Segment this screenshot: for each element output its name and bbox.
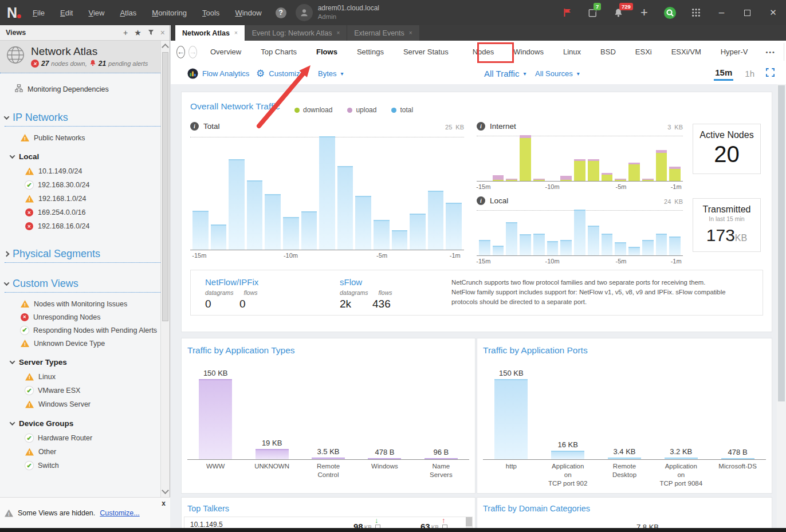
range-15m-button[interactable]: 15m xyxy=(714,66,733,81)
customize-button[interactable]: ⚙ Customize xyxy=(256,63,304,84)
nav-item-settings[interactable]: Settings xyxy=(347,48,394,56)
menu-file[interactable]: File xyxy=(33,9,45,17)
range-1h-button[interactable]: 1h xyxy=(745,69,754,78)
nav-more-button[interactable]: ••• xyxy=(757,49,784,56)
sidebar-item-public-networks[interactable]: !Public Networks xyxy=(21,131,160,144)
atlas-header[interactable]: Network Atlas✕27nodes down,21pending ale… xyxy=(0,41,160,73)
close-button[interactable]: ✕ xyxy=(760,0,786,25)
sidebar-item-192-168-1-0-24[interactable]: !192.168.1.0/24 xyxy=(25,192,160,206)
tab-event-log-network-atlas[interactable]: Event Log: Network Atlas× xyxy=(245,25,348,41)
nav-item-esxi[interactable]: ESXi xyxy=(626,48,662,56)
nav-item-esxi-vm[interactable]: ESXi/VM xyxy=(662,48,711,56)
menu-view[interactable]: View xyxy=(88,9,104,17)
top-talkers-scrollbar[interactable] xyxy=(466,517,472,528)
sidebar-section-physical-segments[interactable]: Physical Segments xyxy=(5,248,160,263)
sidebar-item-monitoring-dependencies[interactable]: Monitoring Dependencies xyxy=(15,81,160,97)
sidebar-item-other[interactable]: !Other xyxy=(25,445,160,459)
sidebar-item-label: 192.168.1.0/24 xyxy=(38,195,86,203)
minimize-button[interactable]: – xyxy=(709,0,734,25)
content-scrollbar-thumb[interactable] xyxy=(778,85,785,401)
sidebar-group-local[interactable]: Local xyxy=(10,152,160,161)
x-tick: -15m xyxy=(476,183,490,190)
nav-item-hyper-v[interactable]: Hyper-V xyxy=(711,48,758,56)
tab-close-icon[interactable]: × xyxy=(234,30,238,36)
sidebar-item-responding-nodes-with-pending-alerts[interactable]: ✔Responding Nodes with Pending Alerts xyxy=(21,324,160,337)
maximize-button[interactable] xyxy=(734,0,760,25)
sidebar-scrollbar-thumb[interactable] xyxy=(162,52,168,321)
tab-close-icon[interactable]: × xyxy=(336,30,340,36)
bytes-dropdown[interactable]: Bytes▾ xyxy=(318,63,344,84)
sflow-title[interactable]: sFlow xyxy=(340,277,392,287)
add-icon[interactable]: + xyxy=(631,0,657,25)
sidebar-item-label: Nodes with Monitoring Issues xyxy=(34,300,127,308)
sidebar-item-169-254-0-0-16[interactable]: ✕169.254.0.0/16 xyxy=(25,206,160,219)
fullscreen-icon[interactable] xyxy=(766,68,775,79)
menu-edit[interactable]: Edit xyxy=(60,9,73,17)
help-icon[interactable]: ? xyxy=(276,7,286,18)
sidebar-item-hardware-router[interactable]: ✔Hardware Router xyxy=(25,431,160,445)
app-bar-column: 150 KB xyxy=(483,369,540,459)
nav-item-server-status[interactable]: Server Status xyxy=(394,48,458,56)
document-tabs: Network Atlas×Event Log: Network Atlas×E… xyxy=(171,25,786,41)
info-icon[interactable]: i xyxy=(190,122,199,131)
app-bar xyxy=(368,458,401,459)
notice-close-icon[interactable]: x xyxy=(162,499,166,507)
app-types-card: Traffic by Application Types 150 KB19 KB… xyxy=(182,338,475,493)
menu-window[interactable]: Window xyxy=(235,9,261,17)
tab-network-atlas[interactable]: Network Atlas× xyxy=(175,25,245,41)
nav-item-bsd[interactable]: BSD xyxy=(591,48,626,56)
sidebar-section-ip-networks[interactable]: IP Networks xyxy=(5,112,160,127)
sidebar-group-device-groups[interactable]: Device Groups xyxy=(10,419,160,428)
sidebar-item-windows-server[interactable]: !Windows Server xyxy=(25,397,160,411)
menu-monitoring[interactable]: Monitoring xyxy=(152,9,187,17)
sidebar-section-custom-views[interactable]: Custom Views xyxy=(5,278,160,293)
sidebar-item-192-168-30-0-24[interactable]: ✔192.168.30.0/24 xyxy=(25,178,160,192)
sidebar-item-192-168-16-0-24[interactable]: ✕192.168.16.0/24 xyxy=(25,219,160,233)
alerts-bell-icon[interactable]: 729 xyxy=(606,0,631,25)
sidebar-item-unknown-device-type[interactable]: !Unknown Device Type xyxy=(21,337,160,350)
sidebar-item-switch[interactable]: ✔Switch xyxy=(25,459,160,472)
nav-item-top-charts[interactable]: Top Charts xyxy=(251,48,306,56)
bar xyxy=(319,136,335,250)
search-icon[interactable] xyxy=(657,0,683,25)
close-panel-icon[interactable]: × xyxy=(160,29,165,37)
scroll-up-icon[interactable] xyxy=(162,44,169,51)
nav-item-linux[interactable]: Linux xyxy=(553,48,591,56)
top-talkers-row[interactable]: 10.1.149.5 98 KB ↓ 63 KB ↑ xyxy=(184,517,473,528)
add-view-icon[interactable]: + xyxy=(123,29,128,37)
bar xyxy=(229,159,245,250)
all-sources-dropdown[interactable]: All Sources▾ xyxy=(535,63,580,84)
menu-tools[interactable]: Tools xyxy=(202,9,219,17)
nav-item-overview[interactable]: Overview xyxy=(201,48,251,56)
sidebar-item-vmware-esx[interactable]: ✔VMware ESX xyxy=(25,384,160,397)
sidebar-item-nodes-with-monitoring-issues[interactable]: !Nodes with Monitoring Issues xyxy=(21,297,160,310)
apps-grid-icon[interactable] xyxy=(683,0,709,25)
warning-icon: ! xyxy=(25,373,34,381)
nav-item-flows[interactable]: Flows xyxy=(306,48,347,56)
back-button[interactable]: ← xyxy=(176,46,185,58)
content-scrollbar[interactable] xyxy=(777,84,786,528)
user-menu[interactable]: adrem01.cloud.local Admin xyxy=(296,4,379,21)
flow-analytics-button[interactable]: Flow Analytics xyxy=(187,63,249,84)
scroll-down-icon[interactable] xyxy=(162,487,169,494)
sidebar-item-linux[interactable]: !Linux xyxy=(25,370,160,384)
bar xyxy=(374,220,390,250)
sidebar-item-10-1-149-0-24[interactable]: !10.1.149.0/24 xyxy=(25,164,160,178)
sidebar-scrollbar[interactable] xyxy=(160,41,170,497)
flag-icon[interactable] xyxy=(554,0,580,25)
sidebar-group-server-types[interactable]: Server Types xyxy=(10,358,160,367)
customize-link[interactable]: Customize... xyxy=(100,509,139,517)
tab-external-events[interactable]: External Events× xyxy=(347,25,419,41)
sidebar-item-unresponding-nodes[interactable]: ✕Unresponding Nodes xyxy=(21,310,160,324)
info-icon[interactable]: i xyxy=(477,122,485,131)
menu-atlas[interactable]: Atlas xyxy=(120,9,136,17)
netflow-title[interactable]: NetFlow/IPFix xyxy=(205,277,258,287)
filter-icon[interactable] xyxy=(148,29,154,37)
favorites-icon[interactable]: ★ xyxy=(134,29,142,37)
menu-hamburger-icon[interactable] xyxy=(784,43,786,61)
info-icon[interactable]: i xyxy=(477,196,485,205)
download-bar-segment xyxy=(560,180,572,181)
tab-close-icon[interactable]: × xyxy=(409,30,412,36)
all-traffic-dropdown[interactable]: All Traffic▾ xyxy=(484,63,526,84)
reports-icon[interactable]: 7 xyxy=(580,0,606,25)
